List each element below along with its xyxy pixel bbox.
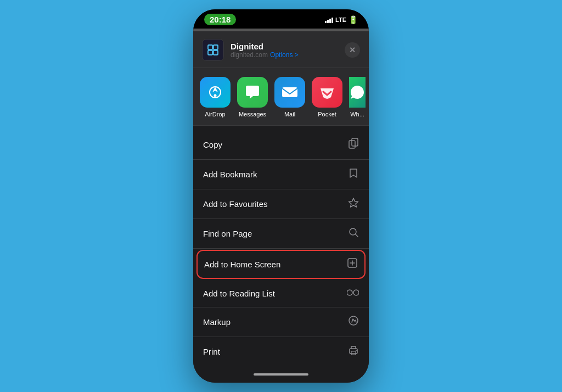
print-label: Print: [203, 347, 220, 356]
options-link[interactable]: Options >: [270, 51, 299, 59]
pocket-label: Pocket: [318, 111, 336, 117]
find-on-page-label: Find on Page: [203, 229, 252, 238]
search-icon: [348, 227, 359, 240]
messages-icon: [237, 77, 268, 108]
svg-point-17: [356, 350, 357, 351]
svg-point-13: [353, 290, 359, 295]
menu-item-print[interactable]: Print: [193, 337, 369, 366]
status-icons: LTE 🔋: [325, 15, 358, 24]
add-home-screen-label: Add to Home Screen: [204, 260, 280, 269]
add-favourites-label: Add to Favourites: [203, 199, 268, 209]
app-item-mail[interactable]: Mail: [274, 77, 305, 117]
app-item-messages[interactable]: Messages: [237, 77, 268, 117]
copy-icon: [348, 138, 359, 152]
app-item-pocket[interactable]: Pocket: [312, 77, 342, 117]
wh-icon: [349, 77, 366, 108]
pocket-icon: [312, 77, 342, 108]
menu-item-add-home-screen[interactable]: Add to Home Screen: [196, 250, 366, 279]
mail-label: Mail: [284, 111, 295, 117]
menu-item-add-bookmark[interactable]: Add Bookmark: [193, 160, 369, 189]
copy-label: Copy: [203, 140, 222, 149]
bookmark-icon: [348, 167, 359, 181]
svg-point-6: [214, 94, 217, 97]
add-bookmark-label: Add Bookmark: [203, 170, 257, 179]
svg-point-14: [349, 316, 358, 325]
status-time: 20:18: [204, 14, 236, 25]
site-icon: [202, 39, 224, 61]
svg-rect-7: [282, 87, 297, 97]
sheet-header: Dignited dignited.com Options > ✕: [193, 31, 369, 68]
add-home-icon: [347, 257, 358, 271]
share-sheet: Dignited dignited.com Options > ✕: [193, 31, 369, 383]
print-icon: [348, 345, 359, 359]
add-reading-list-label: Add to Reading List: [203, 289, 275, 298]
menu-item-copy[interactable]: Copy: [193, 130, 369, 160]
menu-item-add-reading-list[interactable]: Add to Reading List: [193, 280, 369, 307]
lte-label: LTE: [335, 16, 346, 23]
svg-rect-16: [351, 351, 356, 355]
airdrop-label: AirDrop: [205, 111, 225, 117]
menu-list: Copy Add Bookmark Add: [193, 126, 369, 366]
wh-label: Wh...: [350, 111, 364, 117]
phone-frame: 20:18 LTE 🔋: [193, 9, 369, 383]
signal-bars: [325, 16, 333, 23]
site-info: Dignited dignited.com Options >: [231, 42, 338, 59]
markup-label: Markup: [203, 317, 231, 327]
airdrop-icon: [200, 77, 231, 108]
home-indicator: [193, 366, 369, 383]
menu-item-find-on-page[interactable]: Find on Page: [193, 219, 369, 249]
app-item-wh[interactable]: Wh...: [349, 77, 366, 117]
markup-icon: [348, 315, 359, 329]
close-button[interactable]: ✕: [345, 42, 360, 58]
messages-label: Messages: [239, 111, 266, 117]
site-url: dignited.com: [231, 51, 268, 59]
home-bar: [254, 373, 308, 376]
reading-list-icon: [347, 288, 359, 299]
app-item-airdrop[interactable]: AirDrop: [200, 77, 231, 117]
menu-item-add-favourites[interactable]: Add to Favourites: [193, 189, 369, 219]
status-bar: 20:18 LTE 🔋: [193, 9, 369, 29]
star-icon: [348, 197, 359, 211]
menu-item-markup[interactable]: Markup: [193, 307, 369, 337]
site-name: Dignited: [231, 42, 338, 51]
share-apps-row: AirDrop Messages Mail: [193, 68, 369, 126]
battery-icon: 🔋: [349, 15, 358, 24]
mail-icon: [274, 77, 305, 108]
svg-point-12: [347, 290, 352, 295]
